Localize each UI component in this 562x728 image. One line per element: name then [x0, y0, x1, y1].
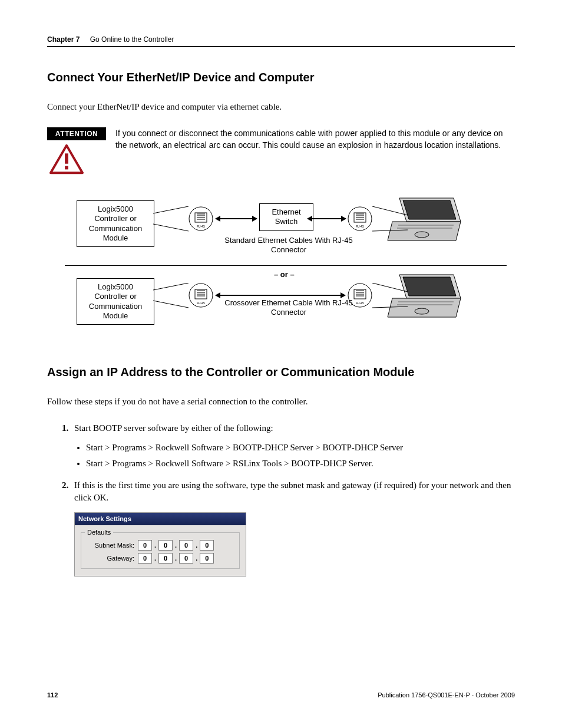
step-1: Start BOOTP server software by either of…: [71, 422, 515, 470]
arrow-icon: [308, 218, 346, 219]
module-label-top: Logix5000 Controller or Communication Mo…: [77, 200, 154, 247]
zoom-lines-icon: [372, 206, 408, 236]
subnet-octet-3[interactable]: 0: [179, 540, 193, 551]
attention-block: ATTENTION If you connect or disconnect t…: [47, 127, 515, 177]
attention-text: If you connect or disconnect the communi…: [115, 127, 515, 151]
switch-label: Ethernet Switch: [259, 203, 313, 231]
gateway-octet-2[interactable]: 0: [158, 553, 173, 564]
subnet-row: Subnet Mask: 0. 0. 0. 0: [85, 540, 236, 551]
svg-marker-38: [403, 277, 456, 296]
step-1-paths: Start > Programs > Rockwell Software > B…: [74, 442, 515, 470]
zoom-lines-icon: [372, 283, 408, 312]
gateway-octet-3[interactable]: 0: [179, 553, 193, 564]
zoom-lines-icon: [153, 283, 189, 312]
section-intro-assign: Follow these steps if you do not have a …: [47, 396, 515, 408]
step-1-text: Start BOOTP server software by either of…: [74, 423, 273, 433]
section-heading-assign: Assign an IP Address to the Controller o…: [47, 365, 515, 379]
or-label: – or –: [274, 270, 295, 279]
page-number: 112: [47, 691, 58, 699]
module-label-bottom: Logix5000 Controller or Communication Mo…: [77, 278, 154, 325]
rj45-jack-icon: RJ-45: [189, 206, 213, 231]
arrow-icon: [216, 218, 257, 219]
svg-marker-16: [403, 200, 456, 219]
path-1: Start > Programs > Rockwell Software > B…: [86, 442, 515, 454]
defaults-legend: Defaults: [85, 528, 113, 537]
svg-line-44: [153, 301, 189, 308]
svg-line-46: [372, 307, 408, 308]
page: Chapter 7 Go Online to the Controller Co…: [0, 0, 562, 728]
path-2: Start > Programs > Rockwell Software > R…: [86, 457, 515, 470]
defaults-group: Defaults Subnet Mask: 0. 0. 0. 0 Gateway…: [81, 532, 240, 569]
zoom-lines-icon: [153, 206, 189, 236]
gateway-row: Gateway: 0. 0. 0. 0: [85, 553, 236, 564]
jack-label: RJ-45: [197, 225, 205, 228]
subnet-label: Subnet Mask:: [85, 541, 138, 550]
jack-label: RJ-45: [197, 301, 205, 305]
svg-line-21: [153, 206, 189, 213]
svg-line-45: [372, 283, 408, 292]
connection-diagram: Logix5000 Controller or Communication Mo…: [65, 200, 515, 348]
rj45-jack-icon: RJ-45: [189, 283, 213, 308]
svg-line-43: [153, 283, 189, 290]
std-cable-label: Standard Ethernet Cables With RJ-45 Conn…: [224, 236, 353, 255]
svg-rect-1: [65, 153, 68, 163]
svg-line-22: [153, 224, 189, 231]
chapter-header: Chapter 7 Go Online to the Controller: [47, 35, 515, 47]
svg-point-40: [415, 308, 429, 314]
xover-cable-label: Crossover Ethernet Cable With RJ-45 Conn…: [224, 298, 353, 318]
dialog-title: Network Settings: [75, 513, 246, 525]
step-2: If this is the first time you are using …: [71, 479, 515, 577]
chapter-number: Chapter 7: [47, 35, 80, 44]
section-heading-connect: Connect Your EtherNet/IP Device and Comp…: [47, 71, 515, 84]
chapter-title: Go Online to the Controller: [90, 35, 174, 44]
svg-line-24: [372, 230, 408, 231]
subnet-octet-2[interactable]: 0: [158, 540, 173, 551]
svg-line-23: [372, 206, 408, 215]
page-footer: 112 Publication 1756-QS001E-EN-P - Octob…: [47, 691, 515, 699]
dialog-body: Defaults Subnet Mask: 0. 0. 0. 0 Gateway…: [75, 525, 246, 576]
svg-rect-2: [65, 166, 68, 170]
subnet-octet-1[interactable]: 0: [138, 540, 152, 551]
separator: [65, 265, 507, 266]
step-2-text: If this is the first time you are using …: [74, 480, 511, 502]
attention-col: ATTENTION: [47, 127, 106, 177]
arrow-icon: [216, 295, 345, 296]
rj45-jack-icon: RJ-45: [348, 206, 372, 231]
jack-label: RJ-45: [356, 301, 364, 305]
attention-label: ATTENTION: [47, 127, 106, 140]
warning-icon: [49, 144, 84, 174]
svg-point-18: [415, 232, 429, 238]
subnet-octet-4[interactable]: 0: [200, 540, 214, 551]
gateway-octet-4[interactable]: 0: [200, 553, 214, 564]
network-settings-dialog: Network Settings Defaults Subnet Mask: 0…: [74, 512, 246, 577]
publication-id: Publication 1756-QS001E-EN-P - October 2…: [378, 691, 515, 699]
gateway-octet-1[interactable]: 0: [138, 553, 152, 564]
steps-list: Start BOOTP server software by either of…: [47, 422, 515, 577]
jack-label: RJ-45: [356, 225, 364, 228]
section-intro-connect: Connect your EtherNet/IP device and comp…: [47, 101, 515, 113]
gateway-label: Gateway:: [85, 554, 138, 563]
